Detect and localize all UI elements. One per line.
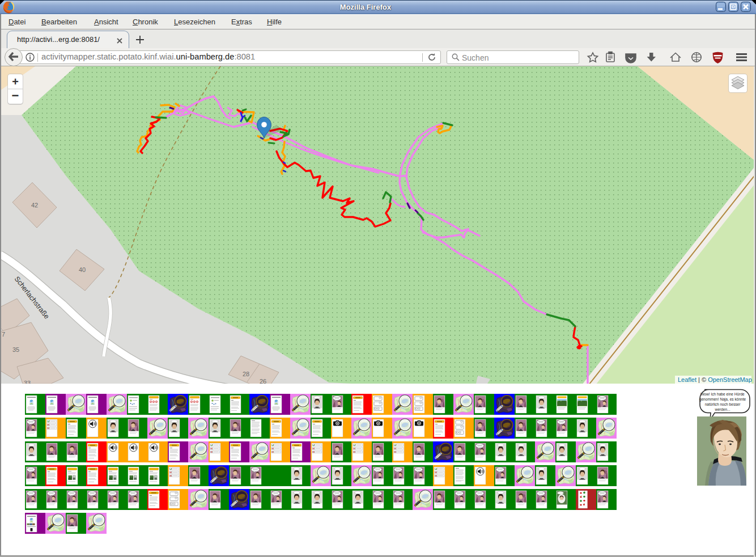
svg-text:7: 7 <box>2 331 5 338</box>
svg-text:natürlich noch besser: natürlich noch besser <box>705 402 741 406</box>
svg-text:Leaflet | © OpenStreetMap: Leaflet | © OpenStreetMap <box>678 376 752 383</box>
svg-text:+: + <box>12 75 19 88</box>
svg-text:Wow! Ich habe eine Hürde: Wow! Ich habe eine Hürde <box>700 392 745 396</box>
svg-text:33: 33 <box>24 380 31 384</box>
svg-text:26: 26 <box>260 378 266 384</box>
svg-text:genommen! Naja, es könnte: genommen! Naja, es könnte <box>699 397 746 402</box>
svg-text:werden...: werden... <box>714 407 730 411</box>
svg-text:40: 40 <box>79 266 86 273</box>
svg-text:35: 35 <box>12 346 19 353</box>
svg-text:−: − <box>12 88 19 103</box>
svg-text:28: 28 <box>243 371 249 377</box>
svg-text:42: 42 <box>31 202 38 209</box>
